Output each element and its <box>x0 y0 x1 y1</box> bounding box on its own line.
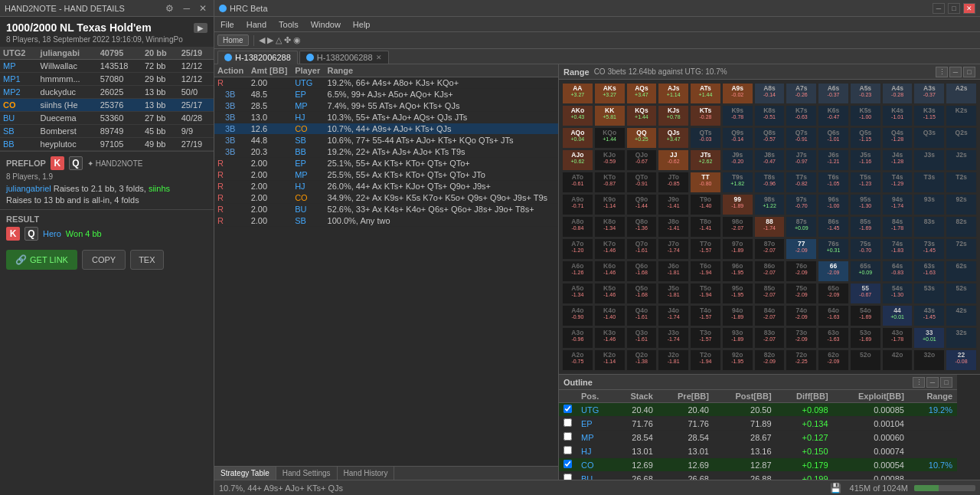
tab-strategy-table[interactable]: Strategy Table <box>214 467 276 480</box>
range-cell[interactable]: 22 -0.08 <box>946 349 977 371</box>
range-cell[interactable]: K3s -1.15 <box>913 105 945 126</box>
range-cell[interactable]: J2s <box>946 149 977 171</box>
range-cell[interactable]: T7o -1.57 <box>690 238 721 260</box>
range-cell[interactable]: Q3o -1.61 <box>626 327 658 349</box>
close-btn[interactable]: ✕ <box>963 3 975 14</box>
range-cell[interactable]: 52s <box>946 283 977 304</box>
range-cell[interactable]: AKs +3.27 <box>594 83 626 104</box>
range-cell[interactable]: 98s +1.22 <box>754 194 786 215</box>
range-cell[interactable]: TT -0.80 <box>690 172 721 193</box>
outline-row[interactable]: UTG 20.40 20.40 20.50 +0.098 0.00085 19.… <box>559 403 957 417</box>
range-cell[interactable]: QTo -0.91 <box>626 172 658 193</box>
range-cell[interactable]: A5o -1.34 <box>562 283 593 304</box>
range-cell[interactable]: J8s -0.47 <box>754 149 786 171</box>
outline-check-cell[interactable] <box>559 472 577 480</box>
range-cell[interactable]: QQ +0.25 <box>626 127 658 149</box>
range-cell[interactable]: K8o -1.34 <box>594 216 626 238</box>
range-cell[interactable]: 98o -2.07 <box>722 216 753 238</box>
range-cell[interactable]: 97o -1.89 <box>722 238 753 260</box>
range-cell[interactable]: T3o -1.57 <box>690 327 721 349</box>
range-cell[interactable]: T2o -1.94 <box>690 349 721 371</box>
range-cell[interactable]: J6o -1.81 <box>658 261 689 282</box>
range-cell[interactable]: Q4s -1.28 <box>882 127 913 149</box>
range-cell[interactable]: A9o -0.71 <box>562 194 593 215</box>
range-cell[interactable]: T9o -1.40 <box>690 194 721 215</box>
range-cell[interactable]: 76s +0.31 <box>818 238 849 260</box>
range-cell[interactable]: ATs +1.44 <box>690 83 721 104</box>
range-cell[interactable]: T6o -1.94 <box>690 261 721 282</box>
range-cell[interactable]: Q7o -1.61 <box>626 238 658 260</box>
tab-hand2[interactable]: H-1382006288 ✕ <box>299 51 389 64</box>
range-cell[interactable]: 94s -1.74 <box>882 194 913 215</box>
range-cell[interactable]: 32s <box>946 327 977 349</box>
range-cell[interactable]: 82s <box>946 216 977 238</box>
range-cell[interactable]: T9s +1.82 <box>722 172 753 193</box>
outline-checkbox[interactable] <box>564 405 572 413</box>
range-cell[interactable]: 77 -2.09 <box>786 238 817 260</box>
outline-options-btn[interactable]: ⋮ <box>913 377 925 388</box>
range-cell[interactable]: T8o -1.41 <box>690 216 721 238</box>
table-row[interactable]: BB heyplutoc 97105 49 bb 27/19 <box>0 138 214 151</box>
range-cell[interactable]: J8o -1.41 <box>658 216 689 238</box>
range-cell[interactable]: 64s -0.83 <box>882 261 913 282</box>
range-cell[interactable]: 86s -1.45 <box>818 216 849 238</box>
range-cell[interactable]: K9s -0.78 <box>722 105 753 126</box>
range-cell[interactable]: J3s <box>913 149 945 171</box>
outline-row[interactable]: MP 28.54 28.54 28.67 +0.127 0.00060 <box>559 431 957 444</box>
range-cell[interactable]: 99 -1.89 <box>722 194 753 215</box>
range-cell[interactable]: Q3s <box>913 127 945 149</box>
range-cell[interactable]: K5s -1.00 <box>850 105 881 126</box>
range-cell[interactable]: 92s <box>946 194 977 215</box>
range-cell[interactable]: J9o -1.41 <box>658 194 689 215</box>
menu-hand[interactable]: Hand <box>243 20 270 29</box>
range-cell[interactable]: 33 +0.01 <box>913 327 945 349</box>
range-cell[interactable]: 76o -2.09 <box>786 261 817 282</box>
strat-row[interactable]: R 2.00 EP 25.1%, 55+ Ax KTs+ KTo+ QTs+ Q… <box>214 158 558 169</box>
range-cell[interactable]: 43o -1.78 <box>882 327 913 349</box>
range-cell[interactable]: KJs +0.78 <box>658 105 689 126</box>
menu-tools[interactable]: Tools <box>276 20 302 29</box>
range-cell[interactable]: K6o -1.46 <box>594 261 626 282</box>
range-cell[interactable]: AQo +0.04 <box>562 127 593 149</box>
range-cell[interactable]: J9s -0.20 <box>722 149 753 171</box>
range-cell[interactable]: Q2o -1.38 <box>626 349 658 371</box>
range-cell[interactable]: T5s -1.23 <box>850 172 881 193</box>
range-cell[interactable]: 95o -1.95 <box>722 283 753 304</box>
range-cell[interactable]: K4s -1.01 <box>882 105 913 126</box>
close-icon[interactable]: ✕ <box>197 2 209 15</box>
home-button[interactable]: Home <box>217 34 249 46</box>
tab-close-icon[interactable]: ✕ <box>376 54 382 61</box>
range-cell[interactable]: AJo +0.62 <box>562 149 593 171</box>
range-cell[interactable]: J6s -1.21 <box>818 149 849 171</box>
range-cell[interactable]: 42o <box>882 349 913 371</box>
range-cell[interactable]: 32o <box>913 349 945 371</box>
status-icon-btn[interactable]: 💾 <box>828 482 844 494</box>
range-cell[interactable]: Q6s -1.01 <box>818 127 849 149</box>
range-cell[interactable]: A6s -0.37 <box>818 83 849 104</box>
outline-check-cell[interactable] <box>559 431 577 444</box>
restore-btn[interactable]: □ <box>948 3 960 14</box>
range-cell[interactable]: Q5o -1.68 <box>626 283 658 304</box>
range-cell[interactable]: AA +3.27 <box>562 83 593 104</box>
range-cell[interactable]: 65s +0.09 <box>850 261 881 282</box>
tab-hand-history[interactable]: Hand History <box>338 467 395 480</box>
table-row[interactable]: MP1 hmmmm... 57080 29 bb 12/12 <box>0 73 214 86</box>
range-cell[interactable]: K2o -1.14 <box>594 349 626 371</box>
range-cell[interactable]: 54s -1.30 <box>882 283 913 304</box>
range-cell[interactable]: KQo +1.44 <box>594 127 626 149</box>
range-cell[interactable]: 63s -1.63 <box>913 261 945 282</box>
range-cell[interactable]: 43s -1.45 <box>913 305 945 326</box>
range-cell[interactable]: 85o -2.07 <box>754 283 786 304</box>
range-cell[interactable]: J5s -1.16 <box>850 149 881 171</box>
outline-checkbox[interactable] <box>564 460 572 468</box>
outline-checkbox[interactable] <box>564 446 572 454</box>
range-cell[interactable]: J7o -1.74 <box>658 238 689 260</box>
range-cell[interactable]: J3o -1.74 <box>658 327 689 349</box>
range-cell[interactable]: K5o -1.46 <box>594 283 626 304</box>
get-link-button[interactable]: 🔗 GET LINK <box>6 250 77 270</box>
range-cell[interactable]: KTs -0.28 <box>690 105 721 126</box>
range-cell[interactable]: 65o -2.09 <box>818 283 849 304</box>
range-cell[interactable]: 66 -2.09 <box>818 261 849 282</box>
range-cell[interactable]: 86o -2.07 <box>754 261 786 282</box>
outline-checkbox[interactable] <box>564 418 572 427</box>
